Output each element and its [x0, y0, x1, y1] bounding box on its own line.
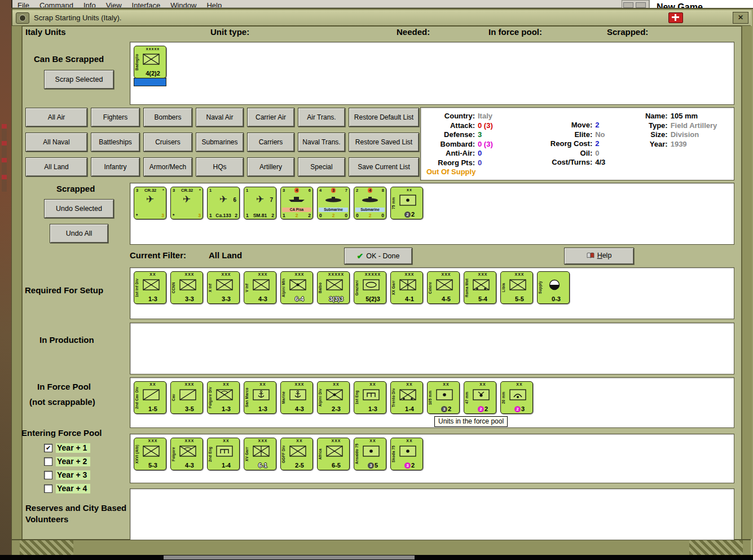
required-unit-alpini-mtn[interactable]: Alpini MtnXXX6-4 — [280, 271, 313, 304]
flag-button[interactable] — [668, 12, 683, 23]
info-value-name: 105 mm — [671, 112, 698, 121]
menu-item-window[interactable]: Window — [170, 0, 196, 8]
dialog-titlebar[interactable]: Scrap Starting Units (Italy). ✕ — [12, 10, 751, 27]
filter-button-submarines[interactable]: Submarines — [196, 133, 244, 152]
checkbox-year-1[interactable]: ✔ — [44, 444, 52, 452]
year-checkbox-row-year-4[interactable]: Year + 4 — [44, 484, 90, 493]
menu-item-command[interactable]: Command — [39, 0, 73, 8]
entering-unit-ansaldo-75[interactable]: Ansaldo 75XX35 — [354, 438, 386, 470]
entering-unit-xxvi-alb[interactable]: XXVI (Alb)XXX5-3 — [134, 438, 166, 470]
counter-top-values: 1 — [246, 188, 274, 193]
required-unit-libia[interactable]: LibiaXXX5-5 — [500, 271, 533, 304]
scrapped-unit-air[interactable]: 3CR.32*✈*3 — [134, 187, 166, 219]
menu-item-view[interactable]: View — [106, 0, 122, 8]
required-unit-ccnn[interactable]: CCNNXXX3-3 — [170, 271, 203, 304]
filter-button-hqs[interactable]: HQs — [196, 157, 244, 177]
force-pool-unit-20-mm[interactable]: 20 mmXX23 — [500, 381, 533, 414]
unit-name-label: 47 mm — [465, 383, 470, 412]
undo-all-button[interactable]: Undo All — [50, 224, 108, 243]
entering-unit-2nd-eng[interactable]: 2nd EngXX1-4 — [207, 438, 240, 470]
counter-value: SM.81 — [253, 213, 267, 218]
scrapped-unit-air[interactable]: 1✈71SM.812 — [244, 187, 276, 219]
required-unit-1st-inf-div[interactable]: 1st Inf DivXX1-3 — [134, 271, 166, 304]
scrap-selected-button[interactable]: Scrap Selected — [44, 70, 114, 89]
filter-button-fighters[interactable]: Fighters — [91, 108, 140, 127]
year-checkbox-row-year-1[interactable]: ✔Year + 1 — [44, 443, 90, 453]
counter-value: 2 — [296, 213, 298, 218]
counter-value: 2 — [332, 213, 335, 218]
entering-unit-africa[interactable]: AfricaXXX6-5 — [317, 438, 350, 470]
checkbox-year-4[interactable] — [44, 484, 52, 493]
filter-button-all-land[interactable]: All Land — [25, 157, 87, 177]
filter-button-artillery[interactable]: Artillery — [247, 157, 294, 177]
info-column-identity: Name:105 mmType:Field ArtillerySize:Divi… — [643, 112, 729, 149]
filter-button-restore-default-list[interactable]: Restore Default List — [349, 108, 419, 127]
entering-unit-skoda-75[interactable]: Skoda 75XX32 — [390, 438, 423, 470]
force-pool-unit-marine[interactable]: MarineXXX4-3 — [280, 381, 313, 414]
filter-button-naval-air[interactable]: Naval Air — [196, 108, 244, 127]
scrapped-unit-75-mm[interactable]: 75 mmxx22 — [390, 187, 423, 219]
scrapped-unit-submarine[interactable]: 437Submarine020 — [317, 187, 350, 219]
unit-stats: 32 — [398, 462, 421, 469]
checkbox-year-3[interactable] — [44, 471, 52, 479]
scrapped-unit-ca-pisa[interactable]: 346CA Pisa122 — [280, 187, 313, 219]
unit-stats: 4-5 — [434, 296, 458, 302]
menu-item-file[interactable]: File — [17, 0, 29, 8]
help-button[interactable]: Help — [564, 248, 634, 264]
required-unit-xx-garr[interactable]: XX GarrXXX4-1 — [390, 271, 423, 304]
entering-unit-ggff-div[interactable]: GGFF DivXX2-5 — [280, 438, 313, 470]
filter-button-cruisers[interactable]: Cruisers — [143, 133, 192, 152]
force-pool-unit-105-mm[interactable]: 105 mmXX32 — [427, 381, 460, 414]
required-unit-graziani[interactable]: GrazianiXXXXX5(2)3 — [354, 271, 386, 304]
required-unit-supply[interactable]: Supply0-3 — [537, 271, 570, 304]
close-button[interactable]: ✕ — [733, 12, 748, 24]
scrapped-unit-submarine[interactable]: 248Submarine020 — [354, 187, 386, 219]
filter-button-carrier-air[interactable]: Carrier Air — [247, 108, 294, 127]
year-checkbox-row-year-2[interactable]: Year + 2 — [44, 457, 90, 466]
inf-symbol-icon — [289, 446, 306, 457]
unit-count-badge: 2 — [404, 211, 411, 218]
unit-size-marker: XX — [471, 382, 495, 386]
required-unit-celere[interactable]: CelereXXX4-5 — [427, 271, 460, 304]
entering-unit-folgore[interactable]: FolgoreXXX4-3 — [170, 438, 203, 470]
required-unit-v-inf[interactable]: V InfXXX4-3 — [244, 271, 276, 304]
entering-unit-xv-garr[interactable]: XV GarrXXX6-1 — [244, 438, 276, 470]
filter-button-naval-trans[interactable]: Naval Trans. — [298, 133, 345, 152]
menu-item-interface[interactable]: Interface — [132, 0, 161, 8]
menu-item-help[interactable]: Help — [206, 0, 222, 8]
can-be-scrapped-unit-badoglio[interactable]: Badoglioxxxxx4(2)2 — [134, 46, 166, 78]
year-checkbox-row-year-3[interactable]: Year + 3 — [44, 470, 90, 480]
filter-button-carriers[interactable]: Carriers — [247, 133, 294, 152]
scrapped-unit-air[interactable]: 1✈61Ca.1332 — [207, 187, 240, 219]
filter-button-save-current-list[interactable]: Save Current List — [349, 157, 419, 177]
scrapped-unit-air[interactable]: 3CR.32*✈*3 — [170, 187, 203, 219]
counter-top-values: 3CR.32* — [173, 188, 201, 193]
filter-button-bombers[interactable]: Bombers — [143, 108, 192, 127]
force-pool-unit-alpini-div[interactable]: Alpini DivXX2-3 — [317, 381, 350, 414]
required-unit-roma-mot[interactable]: Roma MotXXX5-4 — [464, 271, 496, 304]
counter-value: 3 — [198, 213, 201, 218]
force-pool-unit-folgore-div[interactable]: Folgore DivXX1-3 — [207, 381, 240, 414]
required-unit-x-inf[interactable]: X InfXXX3-3 — [207, 271, 240, 304]
force-pool-unit-47-mm[interactable]: 47 mmXX22 — [464, 381, 496, 414]
filter-button-restore-saved-list[interactable]: Restore Saved List — [349, 133, 419, 152]
filter-button-air-trans[interactable]: Air Trans. — [298, 108, 345, 127]
filter-button-battleships[interactable]: Battleships — [91, 133, 140, 152]
filter-button-infantry[interactable]: Infantry — [91, 157, 140, 177]
filter-button-all-naval[interactable]: All Naval — [25, 133, 87, 152]
undo-selected-button[interactable]: Undo Selected — [44, 199, 114, 218]
filter-button-special[interactable]: Special — [298, 157, 345, 177]
force-pool-unit-san-marco[interactable]: San MarcoXX1-3 — [244, 381, 276, 414]
scrapped-box: 3CR.32*✈*33CR.32*✈*31✈61Ca.13321✈71SM.81… — [130, 183, 734, 245]
unit-name-label: X Inf — [208, 273, 214, 302]
filter-button-all-air[interactable]: All Air — [25, 108, 87, 127]
ok-done-button[interactable]: ✔OK - Done — [344, 248, 412, 264]
filter-button-armor-mech[interactable]: Armor/Mech — [143, 157, 192, 177]
force-pool-unit-1st-eng[interactable]: 1st EngXX1-3 — [354, 381, 386, 414]
menu-item-info[interactable]: Info — [83, 0, 96, 8]
required-unit-balbo[interactable]: BalboXXXXX3(3)3 — [317, 271, 350, 304]
force-pool-unit-trento-div[interactable]: Trento DivXX1-4 — [390, 381, 423, 414]
force-pool-unit-cav[interactable]: CavXXX3-5 — [170, 381, 203, 414]
checkbox-year-2[interactable] — [44, 457, 52, 466]
force-pool-unit-2nd-cav-div[interactable]: 2nd Cav DivXX1-5 — [134, 381, 166, 414]
